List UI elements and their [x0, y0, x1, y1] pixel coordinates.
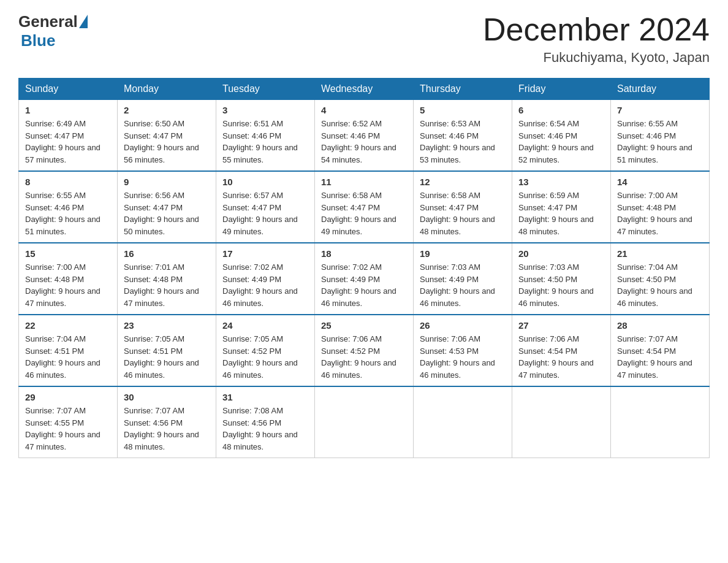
- calendar-cell: 6 Sunrise: 6:54 AM Sunset: 4:46 PM Dayli…: [512, 100, 611, 172]
- calendar-cell: 20 Sunrise: 7:03 AM Sunset: 4:50 PM Dayl…: [512, 243, 611, 315]
- daylight-text: Daylight: 9 hours and 51 minutes.: [617, 143, 692, 164]
- calendar-cell: 10 Sunrise: 6:57 AM Sunset: 4:47 PM Dayl…: [216, 171, 315, 243]
- day-number: 28: [617, 320, 703, 331]
- sunrise-text: Sunrise: 7:07 AM: [124, 406, 184, 415]
- day-number: 13: [518, 177, 604, 187]
- day-of-week-header: Sunday: [19, 79, 118, 100]
- day-info: Sunrise: 7:02 AM Sunset: 4:49 PM Dayligh…: [321, 261, 407, 309]
- day-number: 2: [124, 105, 210, 115]
- sunset-text: Sunset: 4:47 PM: [222, 203, 281, 212]
- day-number: 23: [124, 320, 210, 331]
- sunrise-text: Sunrise: 6:55 AM: [617, 119, 678, 128]
- calendar-cell: 4 Sunrise: 6:52 AM Sunset: 4:46 PM Dayli…: [315, 100, 414, 172]
- day-number: 18: [321, 248, 407, 259]
- daylight-text: Daylight: 9 hours and 46 minutes.: [25, 358, 100, 380]
- day-number: 29: [25, 392, 111, 402]
- daylight-text: Daylight: 9 hours and 47 minutes.: [617, 358, 692, 380]
- calendar-cell: 16 Sunrise: 7:01 AM Sunset: 4:48 PM Dayl…: [118, 243, 216, 315]
- sunset-text: Sunset: 4:53 PM: [420, 347, 479, 356]
- day-number: 6: [518, 105, 604, 115]
- day-of-week-header: Thursday: [414, 79, 512, 100]
- calendar-cell: 31 Sunrise: 7:08 AM Sunset: 4:56 PM Dayl…: [216, 386, 315, 458]
- sunset-text: Sunset: 4:56 PM: [124, 418, 183, 427]
- sunrise-text: Sunrise: 6:54 AM: [518, 119, 579, 128]
- sunset-text: Sunset: 4:50 PM: [617, 275, 676, 284]
- day-number: 25: [321, 320, 407, 331]
- sunrise-text: Sunrise: 6:49 AM: [25, 119, 86, 128]
- day-number: 9: [124, 177, 210, 187]
- sunset-text: Sunset: 4:50 PM: [518, 275, 577, 284]
- day-number: 11: [321, 177, 407, 187]
- day-info: Sunrise: 7:03 AM Sunset: 4:50 PM Dayligh…: [518, 261, 604, 309]
- day-info: Sunrise: 6:58 AM Sunset: 4:47 PM Dayligh…: [321, 190, 407, 237]
- day-number: 1: [25, 105, 111, 115]
- calendar-cell: 12 Sunrise: 6:58 AM Sunset: 4:47 PM Dayl…: [414, 171, 512, 243]
- day-info: Sunrise: 7:06 AM Sunset: 4:54 PM Dayligh…: [518, 333, 604, 381]
- sunset-text: Sunset: 4:47 PM: [518, 203, 577, 212]
- sunset-text: Sunset: 4:47 PM: [321, 203, 380, 212]
- calendar-cell: 27 Sunrise: 7:06 AM Sunset: 4:54 PM Dayl…: [512, 315, 611, 386]
- sunrise-text: Sunrise: 7:06 AM: [420, 334, 480, 343]
- day-number: 15: [25, 248, 111, 259]
- day-info: Sunrise: 7:03 AM Sunset: 4:49 PM Dayligh…: [420, 261, 506, 309]
- sunset-text: Sunset: 4:48 PM: [124, 275, 183, 284]
- day-info: Sunrise: 7:05 AM Sunset: 4:52 PM Dayligh…: [222, 333, 308, 381]
- calendar-cell: 18 Sunrise: 7:02 AM Sunset: 4:49 PM Dayl…: [315, 243, 414, 315]
- calendar-cell: [414, 386, 512, 458]
- day-number: 4: [321, 105, 407, 115]
- calendar-cell: 30 Sunrise: 7:07 AM Sunset: 4:56 PM Dayl…: [118, 386, 216, 458]
- daylight-text: Daylight: 9 hours and 46 minutes.: [222, 286, 298, 308]
- sunrise-text: Sunrise: 6:50 AM: [124, 119, 184, 128]
- sunrise-text: Sunrise: 7:03 AM: [420, 262, 480, 272]
- day-info: Sunrise: 6:56 AM Sunset: 4:47 PM Dayligh…: [124, 190, 210, 237]
- day-number: 3: [222, 105, 308, 115]
- calendar-cell: 7 Sunrise: 6:55 AM Sunset: 4:46 PM Dayli…: [611, 100, 710, 172]
- day-info: Sunrise: 6:55 AM Sunset: 4:46 PM Dayligh…: [25, 190, 111, 237]
- day-number: 24: [222, 320, 308, 331]
- sunrise-text: Sunrise: 7:00 AM: [617, 191, 678, 200]
- calendar-cell: [512, 386, 611, 458]
- daylight-text: Daylight: 9 hours and 52 minutes.: [518, 143, 594, 164]
- sunrise-text: Sunrise: 7:02 AM: [321, 262, 382, 272]
- day-number: 20: [518, 248, 604, 259]
- daylight-text: Daylight: 9 hours and 47 minutes.: [124, 286, 199, 308]
- sunrise-text: Sunrise: 6:58 AM: [321, 191, 382, 200]
- sunrise-text: Sunrise: 7:03 AM: [518, 262, 579, 272]
- daylight-text: Daylight: 9 hours and 46 minutes.: [617, 286, 692, 308]
- daylight-text: Daylight: 9 hours and 46 minutes.: [420, 358, 495, 380]
- day-number: 31: [222, 392, 308, 402]
- daylight-text: Daylight: 9 hours and 47 minutes.: [617, 215, 692, 236]
- daylight-text: Daylight: 9 hours and 49 minutes.: [222, 215, 298, 236]
- sunset-text: Sunset: 4:47 PM: [124, 203, 183, 212]
- day-number: 21: [617, 248, 703, 259]
- day-info: Sunrise: 7:04 AM Sunset: 4:51 PM Dayligh…: [25, 333, 111, 381]
- day-number: 16: [124, 248, 210, 259]
- calendar-cell: 5 Sunrise: 6:53 AM Sunset: 4:46 PM Dayli…: [414, 100, 512, 172]
- day-info: Sunrise: 6:54 AM Sunset: 4:46 PM Dayligh…: [518, 118, 604, 166]
- calendar-table: SundayMondayTuesdayWednesdayThursdayFrid…: [18, 78, 710, 458]
- sunrise-text: Sunrise: 7:05 AM: [124, 334, 184, 343]
- sunrise-text: Sunrise: 7:06 AM: [518, 334, 579, 343]
- calendar-cell: 1 Sunrise: 6:49 AM Sunset: 4:47 PM Dayli…: [19, 100, 118, 172]
- sunset-text: Sunset: 4:46 PM: [518, 131, 577, 140]
- sunset-text: Sunset: 4:54 PM: [518, 347, 577, 356]
- day-number: 26: [420, 320, 506, 331]
- daylight-text: Daylight: 9 hours and 50 minutes.: [124, 215, 199, 236]
- sunset-text: Sunset: 4:48 PM: [617, 203, 676, 212]
- day-number: 8: [25, 177, 111, 187]
- daylight-text: Daylight: 9 hours and 49 minutes.: [321, 215, 396, 236]
- sunrise-text: Sunrise: 7:05 AM: [222, 334, 283, 343]
- daylight-text: Daylight: 9 hours and 47 minutes.: [25, 430, 100, 451]
- calendar-cell: 15 Sunrise: 7:00 AM Sunset: 4:48 PM Dayl…: [19, 243, 118, 315]
- day-info: Sunrise: 6:51 AM Sunset: 4:46 PM Dayligh…: [222, 118, 308, 166]
- sunset-text: Sunset: 4:46 PM: [25, 203, 84, 212]
- daylight-text: Daylight: 9 hours and 47 minutes.: [25, 286, 100, 308]
- calendar-cell: 14 Sunrise: 7:00 AM Sunset: 4:48 PM Dayl…: [611, 171, 710, 243]
- calendar-cell: 24 Sunrise: 7:05 AM Sunset: 4:52 PM Dayl…: [216, 315, 315, 386]
- daylight-text: Daylight: 9 hours and 48 minutes.: [420, 215, 495, 236]
- sunset-text: Sunset: 4:56 PM: [222, 418, 281, 427]
- daylight-text: Daylight: 9 hours and 55 minutes.: [222, 143, 298, 164]
- sunset-text: Sunset: 4:54 PM: [617, 347, 676, 356]
- day-info: Sunrise: 7:00 AM Sunset: 4:48 PM Dayligh…: [25, 261, 111, 309]
- sunrise-text: Sunrise: 6:51 AM: [222, 119, 283, 128]
